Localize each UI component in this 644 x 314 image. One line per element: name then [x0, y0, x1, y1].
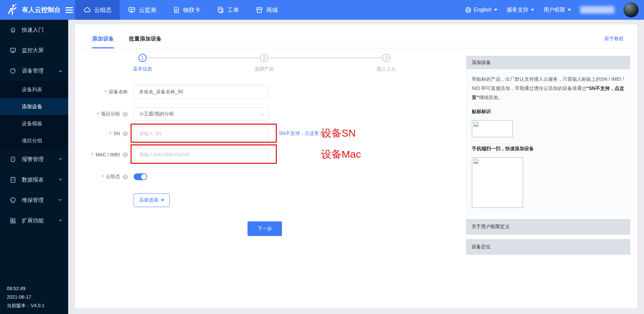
usr-logo-icon — [6, 3, 19, 16]
sidebar-item-extensions[interactable]: 扩展功能 — [0, 210, 68, 231]
step-3-circle: 3 — [382, 54, 390, 62]
next-step-button[interactable]: 下一步 — [248, 221, 282, 236]
device-name-label: * 设备名称 — [75, 89, 128, 95]
step-line — [269, 58, 381, 58]
project-group-label: * 项目分组 — [75, 111, 128, 117]
clock-time: 09:52:49 — [7, 284, 44, 293]
mac-imei-row: * MAC / IMEI — [75, 148, 269, 161]
tutorial-link[interactable]: 新手教程 — [604, 36, 624, 42]
sidebar-subitem-device-template[interactable]: 设备模板 — [0, 115, 68, 132]
top-nav: 云组态 云监测 物联卡 — [75, 0, 286, 20]
step-1-label: 基本信息 — [133, 66, 152, 72]
sn-label: * SN — [75, 131, 128, 136]
tab-bar: 添加设备 批量添加设备 新手教程 — [75, 25, 637, 48]
nav-iot-card[interactable]: 物联卡 — [164, 0, 209, 20]
help-icon[interactable] — [123, 112, 128, 117]
mac-imei-label: * MAC / IMEI — [75, 152, 128, 157]
sn-input[interactable] — [134, 127, 269, 140]
sticker-heading: 贴标标识 — [472, 107, 625, 116]
step-2-label: 选择产品 — [255, 66, 274, 72]
help-icon[interactable] — [123, 152, 128, 157]
pie-chart-icon — [10, 67, 16, 74]
project-group-select[interactable]: 小王霸/我的分组 — [134, 107, 269, 121]
clock-date: 2021-06-17 — [7, 293, 44, 301]
cloud-scada-label: * 云组态 — [75, 174, 128, 180]
sn-not-supported-link[interactable]: SN不支持，点这里 — [279, 127, 325, 140]
help-panel-header[interactable]: 添加设备 — [466, 56, 630, 69]
chevron-down-icon — [494, 9, 497, 11]
mac-imei-input[interactable] — [134, 148, 269, 161]
cloud-icon — [83, 6, 91, 14]
broken-image-icon — [473, 122, 479, 127]
tab-add-device[interactable]: 添加设备 — [92, 35, 114, 48]
sidebar: 快速入门 监控大屏 设备管理 设备列表 添加设备 设备模板 项目分组 — [0, 20, 68, 314]
chevron-down-icon — [59, 199, 62, 201]
sidebar-item-data-reports[interactable]: 数据报表 — [0, 170, 68, 190]
report-icon — [10, 176, 16, 183]
alarm-icon — [10, 156, 16, 163]
chevron-down-icon — [59, 158, 62, 160]
top-bar: 有人云控制台 云组态 云监测 — [0, 0, 644, 20]
sidebar-item-maintenance[interactable]: 维保管理 — [0, 190, 68, 210]
nav-cloud-monitor[interactable]: 云监测 — [120, 0, 164, 20]
help-icon[interactable] — [123, 131, 128, 136]
brand: 有人云控制台 — [0, 0, 75, 20]
device-name-row: * 设备名称 — [75, 85, 269, 99]
broken-image-icon — [473, 159, 479, 164]
grid-apps-icon — [10, 217, 16, 224]
sidebar-item-alarm-management[interactable]: 报警管理 — [0, 149, 68, 170]
mac-annotation-text: 设备Mac — [321, 148, 361, 161]
sim-card-icon — [173, 6, 180, 14]
sidebar-subitem-add-device[interactable]: 添加设备 — [0, 98, 68, 115]
nav-mall[interactable]: 商城 — [247, 0, 286, 20]
permission-menu[interactable]: 用户权限 — [543, 6, 571, 14]
nav-work-order[interactable]: 工单 — [209, 0, 247, 20]
panel-user-permission[interactable]: 关于用户权限定义 — [466, 219, 630, 235]
sidebar-item-monitor-screen[interactable]: 监控大屏 — [0, 40, 68, 61]
qr-image-placeholder — [472, 157, 523, 208]
language-menu[interactable]: English — [465, 7, 497, 13]
stepper: 1 2 3 基本信息 选择产品 接入上云 — [75, 54, 464, 74]
chevron-up-icon — [59, 70, 62, 72]
sn-annotation-text: 设备SN — [321, 127, 356, 140]
support-menu[interactable]: 服务支持 — [507, 6, 534, 14]
top-right-menus: English 服务支持 用户权限 — [465, 0, 644, 20]
panel-device-location[interactable]: 设备定位 — [466, 239, 630, 255]
big-screen-icon — [10, 47, 16, 54]
avatar[interactable] — [624, 2, 639, 17]
sidebar-subitem-device-list[interactable]: 设备列表 — [0, 81, 68, 98]
step-line — [147, 58, 259, 58]
sticker-image-placeholder — [472, 120, 513, 137]
chevron-down-icon — [260, 112, 264, 115]
step-3-label: 接入上云 — [377, 66, 396, 72]
username-redacted — [580, 6, 614, 14]
menu-toggle-icon[interactable] — [65, 7, 73, 13]
version-label: 当前版本：V4.0.1 — [7, 301, 44, 310]
chevron-down-icon — [59, 220, 62, 222]
help-icon[interactable] — [123, 174, 128, 179]
globe-icon — [465, 7, 471, 13]
storefront-icon — [255, 6, 263, 14]
help-paragraph: 带贴标的产品，出厂默认支持接入云服务，只需输入标贴上的SN / IMEI / N… — [472, 75, 625, 102]
advanced-options-button[interactable]: 高级选项 — [134, 193, 170, 207]
cloud-scada-row: * 云组态 — [75, 170, 147, 184]
device-name-input[interactable] — [134, 85, 269, 99]
cloud-scada-toggle[interactable] — [134, 173, 147, 180]
main-card: 添加设备 批量添加设备 新手教程 1 2 3 基本信息 选择产品 接入上云 * … — [75, 25, 637, 308]
shield-icon — [10, 197, 16, 204]
tab-batch-add-device[interactable]: 批量添加设备 — [129, 35, 162, 48]
step-1-circle: 1 — [138, 54, 147, 62]
sidebar-subitem-project-group[interactable]: 项目分组 — [0, 132, 68, 149]
sidebar-item-device-management[interactable]: 设备管理 — [0, 61, 68, 81]
step-2-circle: 2 — [260, 54, 268, 62]
app-title: 有人云控制台 — [22, 5, 61, 14]
help-panel-add-device: 添加设备 带贴标的产品，出厂默认支持接入云服务，只需输入标贴上的SN / IME… — [466, 56, 630, 215]
home-icon — [10, 27, 16, 33]
sidebar-item-quick-start[interactable]: 快速入门 — [0, 20, 68, 40]
chevron-down-icon — [59, 179, 62, 181]
nav-cloud-scada[interactable]: 云组态 — [75, 0, 120, 20]
qr-heading: 手机端扫一扫，快速添加设备 — [472, 144, 625, 153]
work-order-icon — [217, 6, 224, 14]
sidebar-footer: 09:52:49 2021-06-17 当前版本：V4.0.1 — [7, 284, 44, 310]
help-panel-body: 带贴标的产品，出厂默认支持接入云服务，只需输入标贴上的SN / IMEI / N… — [466, 69, 630, 208]
